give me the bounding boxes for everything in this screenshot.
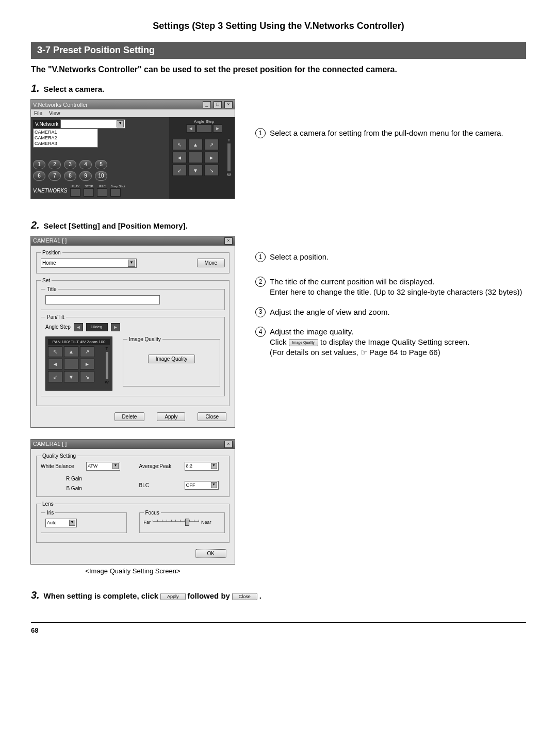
- camera-list-item[interactable]: CAMERA2: [35, 135, 96, 141]
- window-title: CAMERA1 [ ]: [33, 441, 67, 448]
- window-title: CAMERA1 [ ]: [33, 237, 67, 245]
- rec-button[interactable]: REC: [97, 185, 107, 197]
- image-quality-button-inline: Image Quality: [289, 339, 318, 346]
- ptz-center-icon[interactable]: [188, 152, 203, 163]
- annotation-2-3: 3 Adjust the angle of view and zoom.: [255, 307, 526, 317]
- apply-button[interactable]: Apply: [157, 412, 185, 421]
- average-peak-select[interactable]: 8:2▼: [185, 462, 219, 471]
- snapshot-button[interactable]: Snap Shot: [110, 185, 125, 197]
- angle-step-right-icon[interactable]: ►: [213, 124, 222, 133]
- preset-button[interactable]: 6: [33, 171, 45, 181]
- logo: V.NETWORKS: [33, 188, 67, 194]
- zoom-slider[interactable]: T W: [104, 346, 110, 384]
- annotation-2-2: 2 The title of the current position will…: [255, 277, 526, 298]
- slider-thumb-icon[interactable]: [185, 519, 189, 526]
- vnetwork-label: V.Network: [33, 120, 60, 128]
- ptz-pad[interactable]: ↖ ▲ ↗ ◄ ► ↙ ▼ ↘: [48, 346, 94, 382]
- set-legend: Set: [41, 278, 52, 283]
- ptz-left-icon[interactable]: ◄: [172, 152, 187, 163]
- stop-button[interactable]: STOP: [84, 185, 94, 197]
- ptz-upright-icon[interactable]: ↗: [80, 346, 94, 357]
- quality-setting-legend: Quality Setting: [41, 453, 77, 459]
- blc-select[interactable]: OFF▼: [185, 481, 219, 490]
- focus-slider[interactable]: [153, 519, 199, 525]
- step3-num: 3.: [31, 589, 40, 601]
- ptz-center-icon[interactable]: [64, 359, 78, 369]
- ptz-downright-icon[interactable]: ↘: [80, 371, 94, 382]
- angle-step-left-icon[interactable]: ◄: [74, 323, 83, 331]
- ptz-downright-icon[interactable]: ↘: [204, 165, 219, 176]
- window-buttons[interactable]: _ □ ×: [202, 101, 233, 108]
- ptz-pad[interactable]: ↖ ▲ ↗ ◄ ► ↙ ▼ ↘: [172, 139, 219, 176]
- chevron-down-icon[interactable]: ▼: [69, 520, 75, 526]
- page-number: 68: [31, 626, 526, 634]
- ptz-upright-icon[interactable]: ↗: [204, 139, 219, 150]
- step1-num: 1.: [31, 83, 40, 94]
- delete-button[interactable]: Delete: [114, 412, 145, 421]
- ptz-down-icon[interactable]: ▼: [188, 165, 203, 176]
- zoom-slider[interactable]: T W: [225, 138, 233, 177]
- ptz-upleft-icon[interactable]: ↖: [48, 346, 62, 357]
- close-button[interactable]: Close: [198, 412, 226, 421]
- camera-list[interactable]: CAMERA1 CAMERA2 CAMERA3: [33, 128, 98, 147]
- camera-dropdown[interactable]: ▼: [60, 119, 125, 128]
- image-quality-button[interactable]: Image Quality: [148, 355, 195, 363]
- close-icon[interactable]: ×: [224, 101, 233, 108]
- angle-step-left-icon[interactable]: ◄: [186, 124, 195, 133]
- ptz-up-icon[interactable]: ▲: [188, 139, 203, 150]
- title-input[interactable]: [45, 295, 160, 304]
- image-quality-setting-window: CAMERA1 [ ] × Quality Setting White Bala…: [31, 440, 235, 564]
- ptz-right-icon[interactable]: ►: [204, 152, 219, 163]
- play-button[interactable]: PLAY: [70, 185, 80, 197]
- preset-button[interactable]: 4: [79, 160, 92, 169]
- ptz-left-icon[interactable]: ◄: [48, 359, 62, 369]
- chevron-down-icon[interactable]: ▼: [128, 260, 135, 267]
- menu-file[interactable]: File: [34, 110, 42, 116]
- white-balance-select[interactable]: ATW▼: [86, 462, 120, 471]
- chevron-down-icon[interactable]: ▼: [211, 463, 217, 469]
- circled-2-icon: 2: [255, 277, 266, 287]
- preset-button[interactable]: 2: [48, 160, 61, 169]
- angle-step-label: Angle Step: [194, 119, 214, 124]
- ptz-down-icon[interactable]: ▼: [64, 371, 78, 382]
- preset-button[interactable]: 3: [64, 160, 76, 169]
- chevron-down-icon[interactable]: ▼: [112, 463, 119, 469]
- chevron-down-icon[interactable]: ▼: [117, 120, 124, 127]
- ptz-upleft-icon[interactable]: ↖: [172, 139, 187, 150]
- close-icon[interactable]: ×: [224, 441, 233, 448]
- ptz-downleft-icon[interactable]: ↙: [172, 165, 187, 176]
- ptz-readout: PAN 180/ TILT 45/ Zoom 100: [48, 339, 110, 345]
- menubar[interactable]: File View: [31, 109, 235, 117]
- step1: 1. Select a camera.: [31, 83, 526, 94]
- close-icon[interactable]: ×: [224, 237, 233, 245]
- position-select[interactable]: Home ▼: [41, 259, 137, 268]
- ptz-right-icon[interactable]: ►: [80, 359, 94, 369]
- iris-select[interactable]: Auto▼: [45, 519, 77, 527]
- annotation-2-1-text: Select a position.: [270, 252, 329, 262]
- chevron-down-icon[interactable]: ▼: [211, 482, 217, 488]
- preset-button[interactable]: 5: [95, 160, 107, 169]
- preset-button[interactable]: 7: [48, 171, 61, 181]
- ok-button[interactable]: OK: [195, 549, 226, 558]
- annotation-2-3-text: Adjust the angle of view and zoom.: [270, 307, 390, 317]
- annotation-1-text: Select a camera for setting from the pul…: [270, 128, 503, 138]
- circled-4-icon: 4: [255, 327, 266, 337]
- annotation-1: 1 Select a camera for setting from the p…: [255, 128, 526, 138]
- preset-button[interactable]: 1: [33, 160, 45, 169]
- set-fieldset: Set Title Pan/Tilt Angle Step ◄ 10deg. ►: [36, 278, 230, 406]
- move-button[interactable]: Move: [197, 259, 225, 267]
- zoom-wide-label: W: [227, 172, 231, 177]
- preset-button[interactable]: 8: [64, 171, 76, 181]
- maximize-icon[interactable]: □: [214, 101, 222, 108]
- preset-button[interactable]: 9: [79, 171, 92, 181]
- minimize-icon[interactable]: _: [203, 101, 211, 108]
- ptz-downleft-icon[interactable]: ↙: [48, 371, 62, 382]
- camera-list-item[interactable]: CAMERA1: [35, 130, 96, 135]
- angle-step-right-icon[interactable]: ►: [111, 323, 120, 331]
- camera-list-item[interactable]: CAMERA3: [35, 141, 96, 147]
- ptz-up-icon[interactable]: ▲: [64, 346, 78, 357]
- preset-button[interactable]: 10: [95, 171, 107, 181]
- close-button-inline: Close: [232, 593, 257, 600]
- lens-legend: Lens: [41, 501, 55, 507]
- menu-view[interactable]: View: [49, 110, 60, 116]
